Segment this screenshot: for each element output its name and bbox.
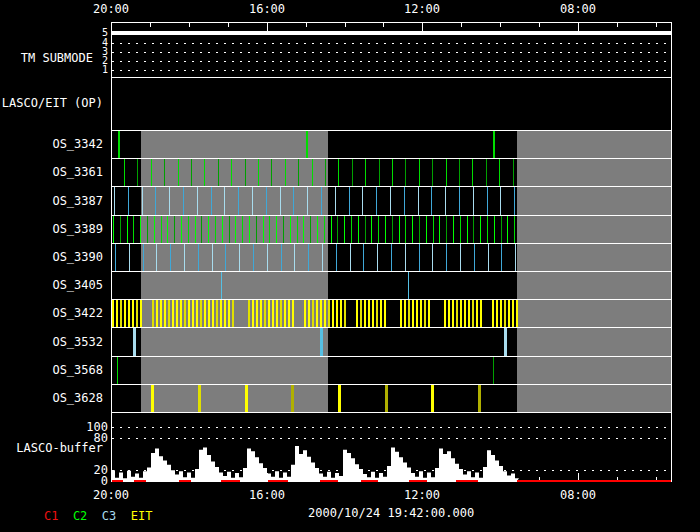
activity-tick (118, 131, 120, 158)
hour-tick-top (306, 23, 307, 27)
activity-tick (468, 300, 470, 327)
activity-tick (129, 244, 130, 271)
activity-tick (344, 216, 345, 243)
activity-tick (492, 300, 494, 327)
activity-tick (467, 216, 468, 243)
activity-tick (266, 187, 267, 215)
activity-tick (229, 216, 230, 243)
activity-tick (408, 300, 410, 327)
activity-tick (181, 216, 182, 243)
legend-item: C2 (73, 509, 87, 523)
activity-tick (419, 159, 420, 186)
red-marker (409, 480, 427, 482)
activity-tick (198, 385, 201, 412)
activity-tick (418, 187, 419, 215)
row-separator (111, 356, 672, 357)
hour-tick-top (539, 23, 540, 27)
tm-level-label: 1 (0, 65, 108, 75)
activity-tick (156, 244, 157, 271)
activity-tick (128, 187, 129, 215)
activity-tick (513, 159, 514, 186)
activity-tick (514, 216, 515, 243)
activity-tick (268, 300, 270, 327)
activity-tick (280, 187, 281, 215)
activity-tick (161, 216, 162, 243)
activity-tick (349, 187, 350, 215)
row-label: OS_3532 (0, 335, 103, 349)
activity-tick (308, 300, 310, 327)
activity-tick (445, 187, 446, 215)
activity-tick (225, 244, 226, 271)
red-marker (112, 480, 123, 482)
activity-tick (358, 216, 359, 243)
row-separator (111, 384, 672, 385)
activity-tick (336, 300, 338, 327)
activity-tick (362, 187, 363, 215)
hour-tick-top (422, 23, 423, 31)
activity-tick (200, 300, 202, 327)
activity-tick (174, 216, 175, 243)
activity-tick (151, 385, 154, 412)
activity-tick (460, 216, 461, 243)
activity-tick (312, 159, 313, 186)
activity-tick (321, 187, 322, 215)
activity-tick (424, 300, 426, 327)
activity-tick (180, 300, 182, 327)
activity-tick (331, 216, 332, 243)
activity-tick (405, 244, 406, 271)
row-separator (111, 186, 672, 187)
activity-tick (322, 244, 323, 271)
activity-tick (132, 300, 134, 327)
activity-tick (399, 216, 400, 243)
activity-tick (459, 159, 460, 186)
activity-tick (184, 300, 186, 327)
activity-tick (405, 159, 406, 186)
red-marker (268, 480, 288, 482)
activity-tick (444, 300, 446, 327)
activity-tick (154, 216, 155, 243)
activity-tick (232, 300, 234, 327)
activity-tick (500, 187, 501, 215)
hour-tick-top (267, 23, 268, 31)
activity-tick (472, 300, 474, 327)
activity-tick (380, 300, 382, 327)
activity-tick (239, 244, 240, 271)
activity-tick (256, 216, 257, 243)
activity-tick (271, 159, 272, 186)
activity-tick (272, 300, 274, 327)
activity-tick (432, 244, 433, 271)
activity-tick (293, 187, 294, 215)
activity-tick (280, 300, 282, 327)
activity-tick (221, 272, 222, 299)
activity-tick (385, 385, 388, 412)
legend-item: C3 (102, 509, 116, 523)
hour-tick-top (383, 23, 384, 27)
activity-tick (508, 300, 510, 327)
activity-tick (310, 216, 311, 243)
activity-tick (142, 187, 143, 215)
activity-tick (390, 187, 391, 215)
activity-tick (431, 187, 432, 215)
activity-tick (352, 159, 353, 186)
activity-tick (514, 187, 515, 215)
hour-tick-top (345, 23, 346, 27)
activity-tick (196, 300, 198, 327)
activity-tick (504, 300, 506, 327)
activity-tick (294, 244, 295, 271)
red-marker (320, 480, 338, 482)
red-marker (134, 480, 146, 482)
activity-tick (231, 159, 232, 186)
activity-tick (297, 216, 298, 243)
activity-tick (140, 216, 141, 243)
activity-tick (224, 300, 226, 327)
activity-tick (216, 300, 218, 327)
activity-tick (493, 357, 494, 384)
activity-tick (304, 300, 306, 327)
activity-tick (291, 385, 294, 412)
activity-tick (151, 159, 152, 186)
red-marker (361, 480, 378, 482)
activity-tick (188, 300, 190, 327)
activity-tick (452, 300, 454, 327)
activity-tick (512, 300, 514, 327)
activity-tick (170, 244, 171, 271)
